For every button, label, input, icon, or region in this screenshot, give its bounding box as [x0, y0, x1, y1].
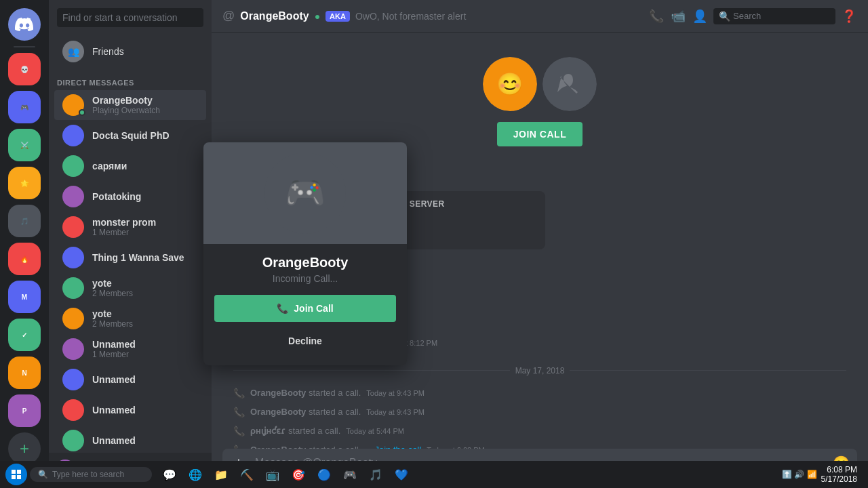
taskbar-app-minecraft[interactable]: ⛏️	[235, 462, 259, 487]
join-call-link[interactable]: Join the call	[375, 445, 422, 449]
taskbar-app-edge[interactable]: 🌐	[183, 462, 208, 487]
friends-label: Friends	[92, 46, 124, 57]
dm-sidebar: 👥 Friends DIRECT MESSAGES OrangeBooty Pl…	[49, 0, 212, 488]
call-start-icon: 📞	[233, 445, 245, 449]
avatar	[62, 216, 84, 238]
system-time: Today at 9:43 PM	[366, 408, 425, 416]
dm-item-sub: 1 Member	[92, 350, 198, 359]
call-modal-status: Incoming Call...	[214, 273, 396, 284]
dm-item[interactable]: Unnamed	[54, 395, 206, 425]
dm-item-name: yote	[92, 278, 198, 289]
dm-item-info: Docta Squid PhD	[92, 130, 198, 141]
online-indicator: ●	[315, 11, 320, 22]
server-divider	[14, 46, 35, 47]
dm-item-name: Unnamed	[92, 405, 198, 415]
dm-item-sub: 2 Members	[92, 319, 198, 329]
dm-item-sub: 2 Members	[92, 289, 198, 298]
server-icon-2[interactable]: 🎮	[8, 91, 41, 123]
date-label: May 17, 2018	[515, 366, 565, 375]
call-modal-name: OrangeBooty	[214, 255, 396, 270]
server-icon-5[interactable]: 🎵	[8, 205, 41, 237]
discord-home-button[interactable]	[8, 8, 41, 41]
system-time: Today at 6:02 PM	[427, 446, 485, 449]
system-text: OrangeBooty started a call.	[250, 407, 361, 417]
avatar	[62, 308, 84, 329]
taskbar-search-bar[interactable]: 🔍 Type here to search	[30, 467, 152, 482]
video-button[interactable]: 📹	[670, 8, 686, 24]
friends-item[interactable]: 👥 Friends	[54, 35, 206, 68]
chat-header: @ OrangeBooty ● AKA OwO, Not foremaster …	[212, 0, 868, 33]
dm-item[interactable]: OrangeBooty Playing Overwatch	[54, 90, 206, 120]
decline-button[interactable]: Decline	[214, 327, 396, 354]
aka-badge: AKA	[326, 11, 350, 22]
avatar	[62, 399, 84, 421]
dm-item[interactable]: yote 2 Members	[54, 273, 206, 303]
join-call-button[interactable]: 📞 Join Call	[214, 295, 396, 322]
list-item: 📞 OrangeBooty started a call. — Join the…	[222, 443, 857, 449]
dm-item-name: Potatoking	[92, 191, 198, 202]
help-button[interactable]: ❓	[841, 8, 857, 24]
dm-item-name: Unnamed	[92, 339, 198, 350]
call-avatar-2	[542, 57, 597, 111]
dm-item-info: Unnamed 1 Member	[92, 339, 198, 359]
server-icon-7[interactable]: M	[8, 281, 41, 313]
add-friend-button[interactable]: 👤	[692, 8, 708, 24]
start-button[interactable]	[5, 464, 27, 485]
dm-item-info: yote 2 Members	[92, 308, 198, 329]
server-icon-add[interactable]: +	[8, 432, 41, 465]
dm-item[interactable]: Unnamed	[54, 426, 206, 453]
server-icon-3[interactable]: ⚔️	[8, 129, 41, 161]
dm-item[interactable]: Docta Squid PhD	[54, 121, 206, 150]
call-modal-info: OrangeBooty Incoming Call...	[203, 244, 407, 295]
server-icon-10[interactable]: P	[8, 394, 41, 427]
search-input[interactable]	[733, 11, 814, 21]
call-avatar-1: 😊	[483, 57, 537, 111]
avatar	[62, 247, 84, 268]
dm-item[interactable]: yote 2 Members	[54, 304, 206, 333]
taskbar-app-discord2[interactable]: 💙	[389, 462, 414, 487]
taskbar-app-steam[interactable]: 🎮	[338, 462, 362, 487]
call-start-icon: 📞	[233, 388, 245, 399]
dm-item[interactable]: сарями	[54, 151, 206, 181]
taskbar-time: 6:08 PM 5/17/2018	[821, 465, 857, 484]
call-modal-avatar-img: 🎮	[264, 152, 346, 234]
system-text: OrangeBooty started a call.	[250, 388, 361, 398]
taskbar-app-spotify[interactable]: 🎵	[363, 462, 388, 487]
header-icons: 📞 📹 👤 🔍 ❓	[648, 8, 857, 24]
server-icon-6[interactable]: 🔥	[8, 243, 41, 275]
server-icon-1[interactable]: 💀	[8, 53, 41, 85]
svg-rect-1	[17, 470, 21, 474]
dm-item-info: yote 2 Members	[92, 278, 198, 298]
server-icon-4[interactable]: 🌟	[8, 167, 41, 199]
join-call-label: Join Call	[294, 303, 333, 314]
clock: 6:08 PM	[821, 465, 857, 474]
dm-item[interactable]: Unnamed	[54, 365, 206, 394]
dm-item-sub: 1 Member	[92, 228, 198, 237]
dm-item[interactable]: monster prom 1 Member	[54, 212, 206, 242]
server-icon-8[interactable]: ✓	[8, 319, 41, 351]
avatar	[62, 155, 84, 177]
svg-rect-0	[12, 470, 16, 474]
join-call-widget-button[interactable]: JOIN CALL	[497, 122, 583, 146]
dm-item[interactable]: Thing 1 Wanna Save	[54, 243, 206, 272]
server-icon-9[interactable]: N	[8, 357, 41, 389]
dm-item-name: OrangeBooty	[92, 95, 198, 106]
avatar	[62, 338, 84, 360]
search-icon: 🔍	[719, 11, 730, 22]
dm-item-info: Unnamed	[92, 405, 198, 415]
avatar	[62, 369, 84, 390]
dm-item[interactable]: Unnamed 1 Member	[54, 334, 206, 364]
dm-item-info: Unnamed	[92, 374, 198, 385]
list-item: 📞 OrangeBooty started a call. Today at 9…	[222, 405, 857, 419]
list-item: 📞 OrangeBooty started a call. Today at 9…	[222, 386, 857, 400]
call-button[interactable]: 📞	[648, 8, 665, 24]
taskbar-app-twitch[interactable]: 📺	[260, 462, 285, 487]
taskbar-app-discord[interactable]: 💬	[157, 462, 182, 487]
taskbar-app-chrome[interactable]: 🔵	[312, 462, 336, 487]
avatar	[62, 186, 84, 207]
taskbar-app-unity[interactable]: 🎯	[286, 462, 311, 487]
dm-search-input[interactable]	[57, 8, 203, 27]
taskbar-app-file[interactable]: 📁	[209, 462, 233, 487]
dm-item[interactable]: Potatoking	[54, 182, 206, 211]
dm-item-name: Docta Squid PhD	[92, 130, 198, 141]
